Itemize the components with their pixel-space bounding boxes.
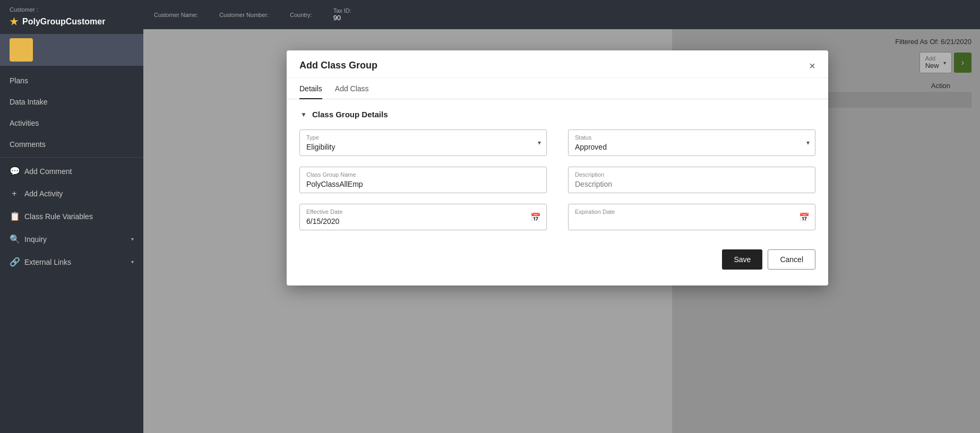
status-value: Approved [575,143,607,151]
description-input[interactable] [575,180,809,188]
description-field[interactable]: Description [568,167,815,193]
add-activity-label: Add Activity [24,189,63,198]
sidebar-divider [0,157,143,158]
sidebar-item-data-intake[interactable]: Data Intake [0,91,143,112]
type-dropdown-icon[interactable]: ▾ [538,139,541,146]
country-field: Country: [290,12,312,18]
sidebar-item-activities[interactable]: Activities [0,112,143,134]
modal-footer: Save Cancel [287,241,828,270]
customer-name-field: Customer Name: [154,12,198,18]
save-button[interactable]: Save [722,249,762,270]
add-comment-label: Add Comment [24,167,72,176]
add-activity-icon: + [10,189,19,198]
sidebar-avatar [0,34,143,66]
customer-name: PolyGroupCustomer [22,17,105,27]
status-dropdown-icon[interactable]: ▾ [806,139,810,146]
class-rule-variables-label: Class Rule Variables [24,212,93,221]
add-comment-icon: 💬 [10,166,19,176]
sidebar-item-add-activity[interactable]: + Add Activity [0,183,143,205]
expiration-date-field: Expiration Date 📅 [568,204,815,230]
tax-id-field: Tax ID: 90 [333,7,351,22]
activities-label: Activities [10,119,39,127]
customer-label: Customer : [0,0,143,14]
external-links-icon: 🔗 [10,257,19,267]
modal-header: Add Class Group × [287,50,828,78]
tax-id-label: Tax ID: [333,7,351,14]
section-header: ▼ Class Group Details [299,110,815,119]
modal-title: Add Class Group [299,60,377,71]
external-links-chevron-icon: ▾ [131,259,134,265]
sidebar-item-comments[interactable]: Comments [0,134,143,155]
class-group-name-label: Class Group Name [306,171,540,178]
type-label: Type [306,134,540,141]
class-group-name-field[interactable]: Class Group Name [299,167,547,193]
sidebar-item-add-comment[interactable]: 💬 Add Comment [0,160,143,183]
customer-name-header-label: Customer Name: [154,12,198,18]
sidebar-item-class-rule-variables[interactable]: 📋 Class Rule Variables [0,205,143,228]
section-collapse-icon[interactable]: ▼ [299,110,308,119]
data-intake-label: Data Intake [10,98,48,106]
customer-number-label: Customer Number: [219,12,269,18]
modal-tabs: Details Add Class [287,78,828,99]
expiration-date-calendar-icon[interactable]: 📅 [799,212,810,222]
effective-date-label: Effective Date [306,209,540,215]
effective-date-value: 6/15/2020 [306,217,339,226]
sidebar-item-plans[interactable]: Plans [0,70,143,91]
expiration-date-label: Expiration Date [575,209,809,215]
description-label: Description [575,171,809,178]
status-field: Status Approved ▾ [568,129,815,156]
type-value: Eligibility [306,143,335,151]
comments-label: Comments [10,140,46,149]
form-grid: Type Eligibility ▾ Status Approved ▾ Cla… [299,129,815,230]
add-class-group-modal: Add Class Group × Details Add Class ▼ Cl… [287,50,828,285]
class-group-name-input[interactable] [306,180,540,188]
status-label: Status [575,134,809,141]
external-links-label: External Links [24,258,71,266]
sidebar-item-external-links[interactable]: 🔗 External Links ▾ [0,250,143,273]
content-area: Filtered As Of: 6/21/2020 Add New ▾ › Ac… [143,29,980,433]
tax-id-value: 90 [333,14,351,22]
inquiry-chevron-icon: ▾ [131,236,134,242]
customer-number-field: Customer Number: [219,12,269,18]
class-rule-variables-icon: 📋 [10,211,19,221]
top-header: Customer Name: Customer Number: Country:… [143,0,980,29]
avatar [10,38,33,62]
close-button[interactable]: × [809,60,815,71]
country-label: Country: [290,12,312,18]
inquiry-label: Inquiry [24,235,47,244]
tab-details[interactable]: Details [299,78,322,99]
sidebar-nav: Plans Data Intake Activities Comments 💬 … [0,70,143,273]
effective-date-field: Effective Date 6/15/2020 📅 [299,204,547,230]
main-area: Customer Name: Customer Number: Country:… [143,0,980,433]
star-icon: ★ [10,16,18,28]
tab-add-class[interactable]: Add Class [335,78,369,99]
cancel-button[interactable]: Cancel [768,249,815,270]
sidebar-item-inquiry[interactable]: 🔍 Inquiry ▾ [0,228,143,250]
customer-name-row: ★ PolyGroupCustomer [0,14,143,34]
effective-date-calendar-icon[interactable]: 📅 [530,212,541,222]
modal-body: ▼ Class Group Details Type Eligibility ▾… [287,99,828,241]
type-field: Type Eligibility ▾ [299,129,547,156]
section-title: Class Group Details [312,110,388,119]
plans-label: Plans [10,76,28,85]
sidebar: Customer : ★ PolyGroupCustomer Plans Dat… [0,0,143,433]
inquiry-icon: 🔍 [10,234,19,244]
